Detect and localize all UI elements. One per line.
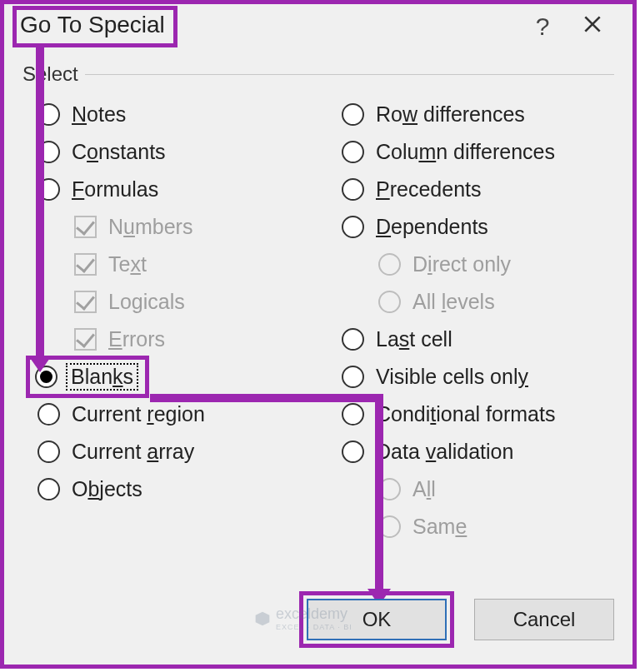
option-label: Precedents [376,177,481,202]
option-notes[interactable]: Notes [22,96,310,133]
close-button[interactable] [568,13,618,41]
checkbox-icon [74,291,97,313]
radio-icon [38,403,60,426]
watermark-icon [254,610,271,627]
option-label: Errors [108,327,165,351]
annotation-arrowhead-icon [28,356,52,372]
radio-icon [378,291,401,313]
option-direct-only: Direct only [327,246,614,283]
option-text: Text [22,246,310,283]
radio-icon [342,178,364,201]
go-to-special-dialog: Go To Special ? Select Notes Constants [0,0,637,669]
annotation-arrow-icon [150,394,379,402]
radio-icon [342,366,364,388]
option-label: Conditional formats [376,402,555,426]
close-icon [582,13,603,35]
titlebar: Go To Special ? [4,4,632,47]
radio-icon [342,216,364,238]
checkbox-icon [74,253,97,276]
option-label: Logicals [108,290,185,314]
option-numbers: Numbers [22,208,310,246]
group-divider [85,74,614,75]
option-last-cell[interactable]: Last cell [327,321,614,358]
checkbox-icon [74,328,97,351]
option-label: All levels [412,290,495,314]
option-all-levels: All levels [327,283,614,321]
option-logicals: Logicals [22,283,310,321]
option-precedents[interactable]: Precedents [327,171,614,208]
option-column-differences[interactable]: Column differences [327,133,614,171]
group-label: Select [22,62,614,86]
option-blanks[interactable]: Blanks [22,358,310,396]
option-label: Text [108,252,147,276]
cancel-button[interactable]: Cancel [474,599,614,640]
ok-highlight: OK [299,591,454,648]
option-all: All [327,470,614,508]
option-label: Column differences [376,140,555,164]
button-row: OK Cancel [299,591,614,648]
dialog-content: Select Notes Constants Formulas [4,47,632,545]
left-column: Notes Constants Formulas Numbers Text [22,96,310,545]
annotation-arrow-icon [36,47,44,358]
option-dependents[interactable]: Dependents [327,208,614,246]
option-visible-cells-only[interactable]: Visible cells only [327,358,614,396]
option-label: Direct only [412,252,511,276]
option-label: Objects [72,477,142,501]
help-button[interactable]: ? [518,12,568,41]
option-label: Same [412,515,467,539]
radio-icon [378,253,401,276]
option-formulas[interactable]: Formulas [22,171,310,208]
radio-icon [342,103,364,126]
radio-icon [342,403,364,426]
option-label: Current array [72,440,194,464]
option-label: Constants [72,140,166,164]
option-label: Current region [72,402,205,426]
annotation-arrow-icon [375,394,383,591]
option-current-array[interactable]: Current array [22,433,310,470]
radio-icon [38,478,60,500]
option-label: Numbers [108,215,192,239]
option-label: All [412,477,436,501]
radio-icon [342,328,364,351]
radio-icon [38,441,60,463]
option-objects[interactable]: Objects [22,470,310,508]
option-label: Formulas [72,177,158,202]
ok-button[interactable]: OK [307,599,447,640]
option-constants[interactable]: Constants [22,133,310,171]
option-label: Data validation [376,440,513,464]
radio-icon [342,441,364,463]
option-row-differences[interactable]: Row differences [327,96,614,133]
option-label: Visible cells only [376,365,528,389]
option-label: Dependents [376,215,488,239]
checkbox-icon [74,216,97,238]
option-same: Same [327,508,614,545]
radio-icon [342,141,364,163]
dialog-title: Go To Special [12,6,178,47]
option-data-validation[interactable]: Data validation [327,433,614,470]
option-errors: Errors [22,321,310,358]
select-label: Select [22,62,78,86]
option-label: Last cell [376,327,452,351]
option-label: Blanks [66,363,138,391]
right-column: Row differences Column differences Prece… [327,96,614,545]
option-label: Notes [72,102,126,127]
option-label: Row differences [376,102,525,127]
